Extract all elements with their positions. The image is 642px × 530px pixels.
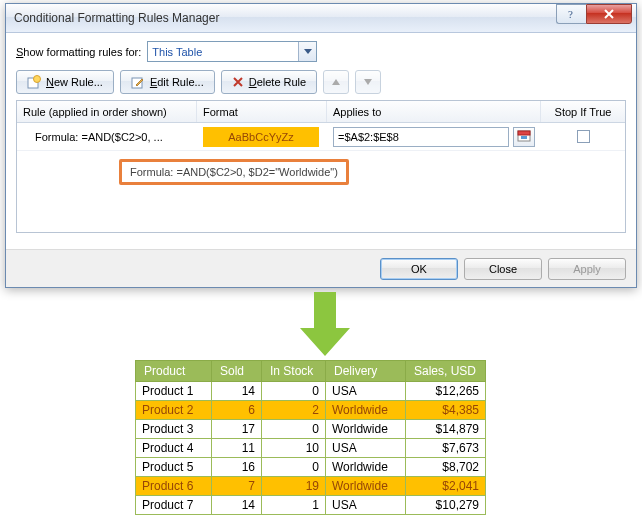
table-row: Product 3170Worldwide$14,879 [136, 420, 486, 439]
table-cell: 14 [212, 382, 262, 401]
delete-icon [232, 76, 244, 88]
table-cell: $14,879 [406, 420, 486, 439]
svg-rect-6 [521, 136, 527, 139]
table-cell: 2 [262, 401, 326, 420]
formula-tooltip: Formula: =AND($C2>0, $D2="Worldwide") [119, 159, 349, 185]
close-window-button[interactable] [586, 4, 632, 24]
table-cell: $7,673 [406, 439, 486, 458]
applies-to-input[interactable] [333, 127, 509, 147]
svg-text:?: ? [568, 8, 573, 20]
table-cell: $2,041 [406, 477, 486, 496]
new-rule-button[interactable]: New Rule... [16, 70, 114, 94]
table-cell: Product 4 [136, 439, 212, 458]
table-cell: 19 [262, 477, 326, 496]
table-cell: 0 [262, 458, 326, 477]
apply-button[interactable]: Apply [548, 258, 626, 280]
table-cell: $12,265 [406, 382, 486, 401]
table-cell: $8,702 [406, 458, 486, 477]
col-header-rule: Rule (applied in order shown) [17, 101, 197, 122]
format-preview: AaBbCcYyZz [203, 127, 319, 147]
table-cell: Product 7 [136, 496, 212, 515]
move-down-button[interactable] [355, 70, 381, 94]
dropdown-icon[interactable] [298, 42, 316, 61]
table-cell: USA [326, 439, 406, 458]
table-cell: Product 2 [136, 401, 212, 420]
move-up-button[interactable] [323, 70, 349, 94]
help-icon: ? [566, 8, 578, 20]
table-cell: Product 1 [136, 382, 212, 401]
col-header-stop: Stop If True [541, 101, 625, 122]
svg-point-2 [34, 76, 41, 83]
table-cell: Product 5 [136, 458, 212, 477]
table-cell: 10 [262, 439, 326, 458]
edit-rule-icon [131, 75, 145, 89]
help-button[interactable]: ? [556, 4, 586, 24]
show-rules-select[interactable] [147, 41, 317, 62]
table-cell: Worldwide [326, 420, 406, 439]
table-row: Product 5160Worldwide$8,702 [136, 458, 486, 477]
table-row: Product 1140USA$12,265 [136, 382, 486, 401]
table-cell: $4,385 [406, 401, 486, 420]
dialog-title: Conditional Formatting Rules Manager [14, 11, 556, 25]
close-icon [603, 8, 615, 20]
table-cell: 11 [212, 439, 262, 458]
table-cell: Product 6 [136, 477, 212, 496]
table-cell: $10,279 [406, 496, 486, 515]
table-header: Delivery [326, 361, 406, 382]
edit-rule-button[interactable]: Edit Rule... [120, 70, 215, 94]
table-cell: Worldwide [326, 458, 406, 477]
table-cell: Product 3 [136, 420, 212, 439]
table-cell: Worldwide [326, 401, 406, 420]
rule-row[interactable]: Formula: =AND($C2>0, ... AaBbCcYyZz [17, 123, 625, 151]
table-cell: Worldwide [326, 477, 406, 496]
svg-rect-5 [518, 131, 530, 135]
table-cell: 7 [212, 477, 262, 496]
arrow-down-icon [300, 292, 350, 356]
table-cell: 0 [262, 382, 326, 401]
show-rules-label: Show formatting rules for: [16, 46, 141, 58]
ok-button[interactable]: OK [380, 258, 458, 280]
table-cell: 17 [212, 420, 262, 439]
new-rule-icon [27, 75, 41, 89]
table-cell: 16 [212, 458, 262, 477]
table-cell: USA [326, 496, 406, 515]
cf-rules-dialog: Conditional Formatting Rules Manager ? S… [5, 3, 637, 288]
close-button[interactable]: Close [464, 258, 542, 280]
range-selector-button[interactable] [513, 127, 535, 147]
table-header: In Stock [262, 361, 326, 382]
table-cell: 0 [262, 420, 326, 439]
rule-formula: Formula: =AND($C2>0, ... [17, 123, 197, 150]
col-header-applies: Applies to [327, 101, 541, 122]
table-header: Sales, USD [406, 361, 486, 382]
show-rules-value[interactable] [147, 41, 317, 62]
delete-rule-button[interactable]: Delete Rule [221, 70, 318, 94]
col-header-format: Format [197, 101, 327, 122]
result-table: ProductSoldIn StockDeliverySales, USD Pr… [135, 360, 486, 515]
table-row: Product 6719Worldwide$2,041 [136, 477, 486, 496]
chevron-down-icon [363, 78, 373, 86]
table-cell: 1 [262, 496, 326, 515]
table-header: Sold [212, 361, 262, 382]
table-row: Product 41110USA$7,673 [136, 439, 486, 458]
titlebar[interactable]: Conditional Formatting Rules Manager ? [6, 4, 636, 33]
range-icon [517, 130, 531, 144]
chevron-up-icon [331, 78, 341, 86]
table-cell: 6 [212, 401, 262, 420]
table-cell: USA [326, 382, 406, 401]
table-cell: 14 [212, 496, 262, 515]
table-header: Product [136, 361, 212, 382]
table-row: Product 262Worldwide$4,385 [136, 401, 486, 420]
table-row: Product 7141USA$10,279 [136, 496, 486, 515]
stop-if-true-checkbox[interactable] [577, 130, 590, 143]
